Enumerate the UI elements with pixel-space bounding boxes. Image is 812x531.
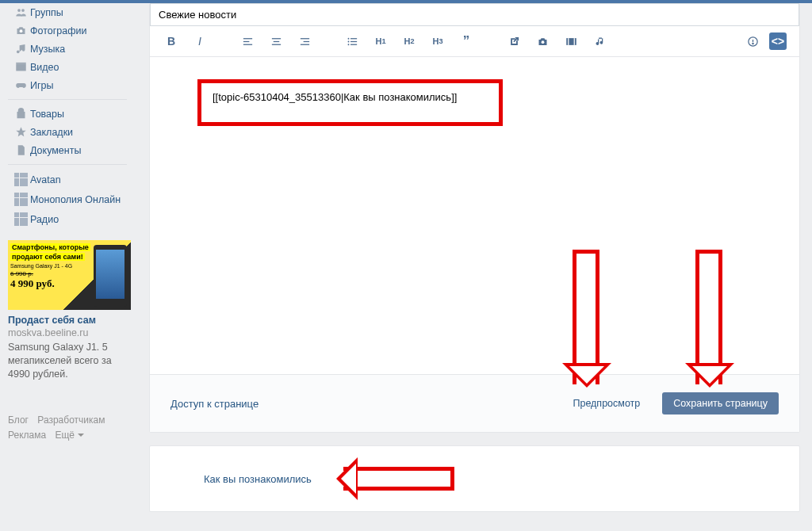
svg-rect-9 bbox=[273, 40, 279, 41]
video-button[interactable] bbox=[562, 32, 580, 50]
svg-point-14 bbox=[347, 37, 349, 39]
sidebar-item-videos[interactable]: Видео bbox=[6, 58, 133, 76]
code-mode-button[interactable]: <> bbox=[769, 32, 787, 50]
footer-blog[interactable]: Блог bbox=[8, 414, 29, 426]
sidebar-label: Видео bbox=[30, 62, 59, 73]
footer-adv[interactable]: Реклама bbox=[8, 430, 46, 441]
h3-button[interactable]: H3 bbox=[429, 32, 446, 50]
svg-point-18 bbox=[347, 44, 349, 45]
sidebar-label: Документы bbox=[30, 145, 81, 156]
document-icon bbox=[11, 144, 30, 156]
align-right-button[interactable] bbox=[296, 32, 313, 50]
ad-image: Смартфоны, которые продают себя сами! Sa… bbox=[8, 240, 131, 310]
sidebar-item-monopoly[interactable]: Монополия Онлайн bbox=[6, 189, 133, 209]
editor-panel: Свежие новости B I H1 H2 H3 ” bbox=[149, 3, 800, 433]
sidebar-label: Avatan bbox=[30, 174, 61, 185]
italic-button[interactable]: I bbox=[191, 32, 209, 50]
ad-description: Samsung Galaxy J1. 5 мегапикселей всего … bbox=[8, 341, 131, 381]
svg-rect-15 bbox=[350, 38, 357, 39]
editor-area[interactable]: [[topic-65310404_35513360|Как вы познако… bbox=[150, 57, 799, 374]
h2-button[interactable]: H2 bbox=[400, 32, 418, 50]
sidebar-label: Фотографии bbox=[30, 25, 86, 36]
page-access-link[interactable]: Доступ к странице bbox=[170, 398, 259, 410]
sidebar-label: Товары bbox=[30, 109, 64, 120]
divider bbox=[8, 99, 127, 100]
svg-rect-7 bbox=[243, 44, 251, 44]
video-icon bbox=[11, 61, 30, 73]
sidebar: Группы Фотографии Музыка Видео Игры То bbox=[0, 3, 133, 531]
svg-rect-6 bbox=[243, 40, 249, 41]
align-left-button[interactable] bbox=[239, 32, 256, 50]
svg-rect-22 bbox=[568, 38, 569, 45]
footer-dev[interactable]: Разработчикам bbox=[37, 414, 105, 426]
wiki-code-text: [[topic-65310404_35513360|Как вы познако… bbox=[213, 91, 457, 103]
ad-model: Samsung Galaxy J1 - 4G bbox=[10, 263, 72, 269]
editor-toolbar: B I H1 H2 H3 ” bbox=[150, 26, 799, 57]
page-title-input[interactable]: Свежие новости bbox=[150, 3, 799, 26]
footer-links: Блог Разработчикам Реклама Ещё bbox=[6, 413, 133, 443]
sidebar-item-groups[interactable]: Группы bbox=[6, 3, 133, 21]
app-icon bbox=[11, 212, 30, 226]
music-icon bbox=[11, 43, 30, 55]
result-topic-link[interactable]: Как вы познакомились bbox=[204, 473, 312, 485]
app-icon bbox=[11, 193, 30, 206]
footer-more[interactable]: Ещё bbox=[55, 430, 84, 441]
h1-button[interactable]: H1 bbox=[372, 32, 389, 50]
svg-rect-23 bbox=[573, 38, 574, 45]
sidebar-item-documents[interactable]: Документы bbox=[6, 141, 133, 159]
sidebar-item-market[interactable]: Товары bbox=[6, 105, 133, 123]
align-center-button[interactable] bbox=[267, 32, 285, 50]
sidebar-item-bookmarks[interactable]: Закладки bbox=[6, 123, 133, 141]
sidebar-item-games[interactable]: Игры bbox=[6, 76, 133, 94]
svg-rect-8 bbox=[271, 38, 280, 39]
ad-price: 4 990 руб. bbox=[10, 277, 55, 289]
svg-rect-10 bbox=[271, 44, 280, 44]
sidebar-item-radio[interactable]: Радио bbox=[6, 209, 133, 229]
star-icon bbox=[11, 126, 30, 138]
svg-rect-11 bbox=[300, 38, 308, 39]
divider bbox=[8, 164, 127, 165]
camera-icon bbox=[11, 25, 30, 36]
svg-point-26 bbox=[752, 43, 753, 44]
svg-rect-4 bbox=[16, 63, 26, 64]
phone-image bbox=[94, 245, 127, 307]
svg-point-0 bbox=[17, 9, 21, 12]
sidebar-item-photos[interactable]: Фотографии bbox=[6, 21, 133, 40]
sidebar-item-music[interactable]: Музыка bbox=[6, 40, 133, 58]
gamepad-icon bbox=[11, 79, 30, 91]
svg-point-20 bbox=[541, 40, 544, 44]
sidebar-item-avatan[interactable]: Avatan bbox=[6, 170, 133, 189]
list-button[interactable] bbox=[343, 32, 361, 50]
svg-rect-12 bbox=[303, 40, 309, 41]
bold-button[interactable]: B bbox=[163, 32, 180, 50]
ad-line1: Смартфоны, которые bbox=[10, 243, 90, 251]
sidebar-label: Радио bbox=[30, 214, 59, 225]
highlighted-code-box: [[topic-65310404_35513360|Как вы познако… bbox=[197, 79, 503, 126]
help-button[interactable] bbox=[744, 32, 761, 50]
photo-button[interactable] bbox=[534, 32, 551, 50]
link-button[interactable] bbox=[505, 32, 523, 50]
svg-rect-19 bbox=[350, 44, 357, 44]
svg-rect-3 bbox=[16, 64, 26, 71]
svg-rect-17 bbox=[350, 40, 357, 41]
ad-line2: продают себя сами! bbox=[10, 253, 85, 261]
groups-icon bbox=[11, 6, 30, 18]
annotation-arrow-2 bbox=[695, 250, 722, 384]
sidebar-label: Закладки bbox=[30, 127, 73, 138]
sidebar-label: Группы bbox=[30, 7, 63, 18]
ad-title: Продаст себя сам bbox=[8, 315, 131, 326]
svg-point-16 bbox=[347, 40, 349, 42]
sidebar-label: Игры bbox=[30, 80, 53, 91]
svg-point-2 bbox=[19, 29, 22, 32]
ad-block[interactable]: Смартфоны, которые продают себя сами! Sa… bbox=[8, 240, 131, 381]
quote-button[interactable]: ” bbox=[458, 32, 475, 50]
svg-point-1 bbox=[21, 9, 25, 12]
bag-icon bbox=[11, 108, 30, 120]
annotation-arrow-3 bbox=[343, 467, 454, 491]
annotation-arrow-1 bbox=[573, 250, 599, 384]
svg-rect-13 bbox=[300, 44, 308, 44]
ad-url: moskva.beeline.ru bbox=[8, 327, 131, 338]
result-panel: Как вы познакомились bbox=[149, 445, 800, 512]
app-icon bbox=[11, 173, 30, 186]
audio-button[interactable] bbox=[591, 32, 608, 50]
